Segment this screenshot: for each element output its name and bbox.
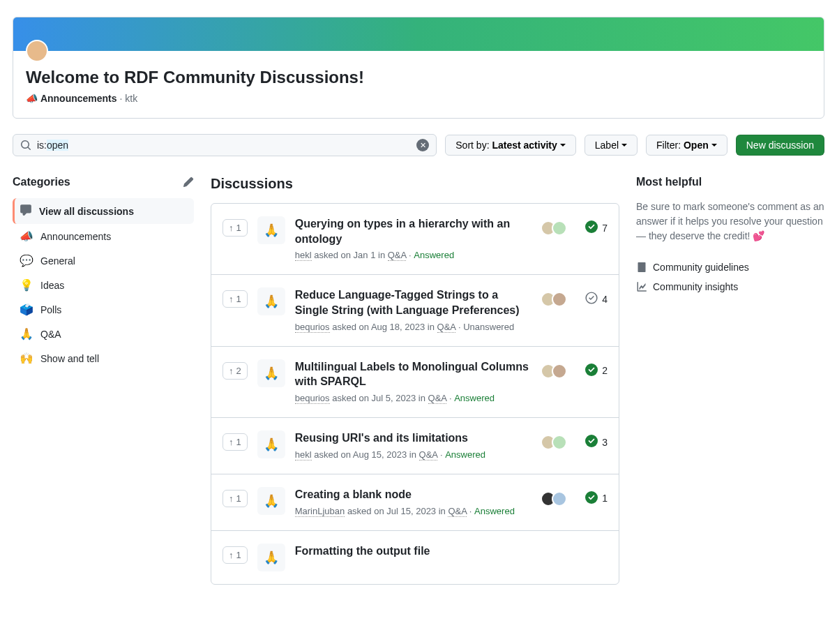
discussion-row: ↑1 🙏 Reusing URI's and its limitations h…	[211, 417, 619, 474]
new-discussion-button[interactable]: New discussion	[736, 135, 824, 156]
category-item[interactable]: View all discussions	[13, 198, 194, 224]
categories-sidebar: Categories View all discussions📣Announce…	[13, 176, 194, 370]
category-link[interactable]: Q&A	[388, 250, 407, 261]
category-icon: 🙏	[20, 327, 33, 340]
discussion-title[interactable]: Reduce Language-Tagged Strings to a Sing…	[295, 287, 531, 317]
author-link[interactable]: MarinLjuban	[295, 506, 345, 517]
most-helpful-heading: Most helpful	[636, 176, 824, 188]
discussions-column: Discussions ↑1 🙏 Querying on types in a …	[211, 176, 619, 585]
label-button[interactable]: Label	[585, 135, 638, 156]
discussion-meta: hekl asked on Aug 15, 2023 in Q&A · Answ…	[295, 449, 531, 461]
category-item[interactable]: 💡Ideas	[13, 273, 194, 297]
status-badge: Answered	[474, 506, 515, 516]
avatar[interactable]	[552, 220, 567, 236]
status-badge: Unanswered	[463, 322, 514, 332]
upvote-button[interactable]: ↑1	[223, 290, 248, 308]
upvote-button[interactable]: ↑1	[223, 219, 248, 237]
category-icon: 🗳️	[20, 303, 33, 316]
category-link[interactable]: Q&A	[448, 506, 467, 517]
category-label: General	[40, 255, 75, 267]
upvote-button[interactable]: ↑1	[223, 433, 248, 451]
category-item[interactable]: 🗳️Polls	[13, 297, 194, 322]
category-label: Polls	[40, 304, 61, 315]
avatar[interactable]	[552, 491, 567, 507]
sidebar-link[interactable]: Community guidelines	[636, 257, 824, 277]
author-link[interactable]: hekl	[295, 250, 312, 261]
category-label: Q&A	[40, 329, 61, 340]
avatar[interactable]	[552, 364, 567, 379]
category-emoji-icon: 🙏	[257, 544, 285, 571]
category-link[interactable]: Q&A	[437, 322, 456, 333]
category-label: Announcements	[40, 231, 111, 242]
arrow-up-icon: ↑	[229, 366, 234, 376]
comment-count[interactable]: 4	[577, 292, 608, 306]
category-item[interactable]: 🙏Q&A	[13, 322, 194, 346]
discussion-title[interactable]: Reusing URI's and its limitations	[295, 430, 531, 446]
comment-count[interactable]: 3	[577, 435, 608, 449]
category-icon: 💬	[20, 254, 33, 267]
upvote-button[interactable]: ↑2	[223, 362, 248, 380]
most-helpful-text: Be sure to mark someone's comment as an …	[636, 200, 824, 244]
discussion-title[interactable]: Multilingual Labels to Monolingual Colum…	[295, 359, 531, 389]
participant-avatars	[541, 220, 567, 236]
category-emoji-icon: 🙏	[257, 359, 285, 387]
discussion-row: ↑1 🙏 Creating a blank node MarinLjuban a…	[211, 474, 619, 530]
discussions-list: ↑1 🙏 Querying on types in a hierarchy wi…	[211, 203, 619, 585]
category-link[interactable]: Q&A	[419, 449, 438, 460]
check-icon	[585, 364, 598, 378]
categories-heading: Categories	[13, 176, 70, 188]
discussion-title[interactable]: Querying on types in a hierarchy with an…	[295, 216, 531, 246]
comment-count[interactable]: 1	[577, 491, 608, 506]
discussion-row: ↑1 🙏 Reduce Language-Tagged Strings to a…	[211, 274, 619, 345]
category-item[interactable]: 📣Announcements	[13, 224, 194, 248]
author-link[interactable]: bequrios	[295, 393, 330, 404]
category-label: Show and tell	[40, 353, 99, 364]
comment-count[interactable]: 7	[577, 220, 608, 235]
author-link[interactable]: bequrios	[295, 322, 330, 333]
avatar[interactable]	[552, 435, 567, 450]
avatar[interactable]	[26, 40, 48, 62]
sort-label: Sort by: Latest activity	[455, 140, 557, 151]
graph-icon	[636, 281, 647, 292]
clear-search-icon[interactable]: ✕	[416, 139, 429, 151]
comment-count[interactable]: 2	[577, 364, 608, 378]
category-icon: 💡	[20, 278, 33, 292]
arrow-up-icon: ↑	[229, 437, 234, 447]
discussion-row: ↑1 🙏 Formatting the output file	[211, 530, 619, 584]
check-icon	[585, 292, 598, 306]
chevron-down-icon	[621, 144, 627, 149]
category-link[interactable]: Q&A	[428, 393, 447, 404]
banner-title[interactable]: Welcome to RDF Community Discussions!	[26, 68, 811, 87]
banner-author[interactable]: ktk	[125, 93, 137, 104]
participant-avatars	[541, 435, 567, 450]
filter-button[interactable]: Filter: Open	[646, 135, 727, 156]
discussion-meta: bequrios asked on Jul 5, 2023 in Q&A · A…	[295, 392, 531, 405]
banner-category[interactable]: Announcements	[40, 93, 117, 104]
sidebar-link[interactable]: Community insights	[636, 277, 824, 297]
author-link[interactable]: hekl	[295, 449, 312, 460]
discussion-title[interactable]: Formatting the output file	[295, 544, 608, 559]
search-input[interactable]: is:open ✕	[13, 134, 437, 156]
category-emoji-icon: 🙏	[257, 487, 285, 515]
category-emoji-icon: 🙏	[257, 287, 285, 315]
arrow-up-icon: ↑	[229, 493, 234, 504]
upvote-button[interactable]: ↑1	[223, 490, 248, 507]
upvote-button[interactable]: ↑1	[223, 546, 248, 564]
banner-gradient	[13, 17, 824, 51]
category-icon	[20, 204, 32, 218]
participant-avatars	[541, 292, 567, 307]
discussion-meta: MarinLjuban asked on Jul 15, 2023 in Q&A…	[295, 505, 531, 518]
discussion-meta: hekl asked on Jan 1 in Q&A · Answered	[295, 249, 531, 262]
edit-icon[interactable]	[183, 177, 194, 188]
discussions-heading: Discussions	[211, 176, 619, 192]
discussion-title[interactable]: Creating a blank node	[295, 487, 531, 502]
category-item[interactable]: 🙌Show and tell	[13, 346, 194, 370]
status-badge: Answered	[454, 393, 495, 403]
avatar[interactable]	[552, 292, 567, 307]
sort-button[interactable]: Sort by: Latest activity	[445, 135, 576, 156]
search-text: is:open	[37, 140, 416, 151]
category-item[interactable]: 💬General	[13, 248, 194, 273]
status-badge: Answered	[445, 449, 485, 460]
category-icon: 📣	[20, 230, 33, 243]
chevron-down-icon	[560, 144, 566, 149]
